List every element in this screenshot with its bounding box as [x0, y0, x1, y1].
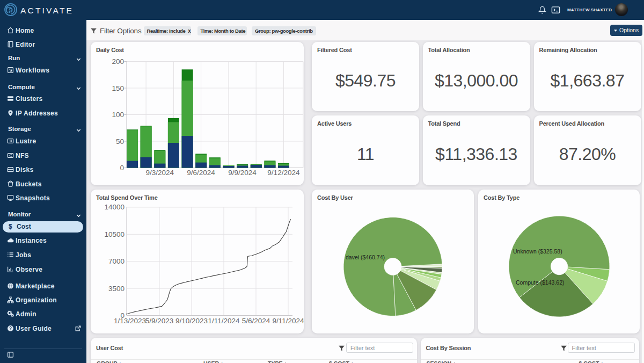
- svg-text:200: 200: [112, 57, 124, 66]
- svg-text:9/3/2024: 9/3/2024: [145, 169, 174, 177]
- svg-text:7000: 7000: [108, 257, 125, 265]
- svg-text:9/12/2024: 9/12/2024: [267, 169, 300, 177]
- svg-text:1/13/2023: 1/13/2023: [114, 317, 146, 325]
- svg-text:9/10/2023: 9/10/2023: [175, 317, 208, 325]
- svg-text:Compute ($143.62): Compute ($143.62): [516, 279, 564, 286]
- svg-text:10500: 10500: [104, 230, 125, 238]
- svg-text:9/11/2024: 9/11/2024: [272, 317, 304, 325]
- svg-text:150: 150: [112, 84, 124, 92]
- svg-text:9/9/2024: 9/9/2024: [228, 169, 257, 177]
- svg-text:Unknown ($325.58): Unknown ($325.58): [513, 248, 562, 254]
- svg-text:1/11/2024: 1/11/2024: [208, 317, 240, 325]
- svg-text:3500: 3500: [108, 284, 125, 292]
- svg-text:5/9/2023: 5/9/2023: [145, 317, 174, 325]
- svg-text:100: 100: [112, 111, 124, 119]
- svg-text:5/6/2024: 5/6/2024: [242, 317, 270, 325]
- svg-text:0: 0: [120, 164, 124, 172]
- svg-text:davei ($460.74): davei ($460.74): [346, 253, 385, 260]
- svg-text:50: 50: [116, 137, 124, 145]
- svg-text:14000: 14000: [104, 203, 125, 211]
- svg-text:9/6/2024: 9/6/2024: [187, 169, 215, 177]
